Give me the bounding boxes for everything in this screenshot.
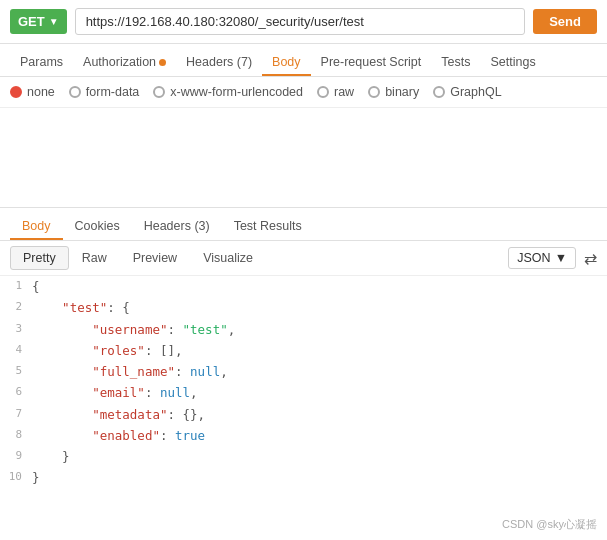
code-line-3: 3 "username": "test", (0, 319, 607, 340)
code-line-5: 5 "full_name": null, (0, 361, 607, 382)
view-tab-preview[interactable]: Preview (120, 246, 190, 270)
chevron-down-icon: ▼ (555, 251, 567, 265)
code-line-6: 6 "email": null, (0, 382, 607, 403)
body-option-urlencoded-label: x-www-form-urlencoded (170, 85, 303, 99)
response-tab-test-results[interactable]: Test Results (222, 214, 314, 240)
code-line-7: 7 "metadata": {}, (0, 404, 607, 425)
radio-none (10, 86, 22, 98)
code-line-1: 1 { (0, 276, 607, 297)
code-line-4: 4 "roles": [], (0, 340, 607, 361)
url-bar: GET ▼ Send (0, 0, 607, 44)
code-line-9: 9 } (0, 446, 607, 467)
url-input[interactable] (75, 8, 526, 35)
method-label: GET (18, 14, 45, 29)
response-tab-cookies[interactable]: Cookies (63, 214, 132, 240)
body-option-binary[interactable]: binary (368, 85, 419, 99)
code-line-8: 8 "enabled": true (0, 425, 607, 446)
tab-params[interactable]: Params (10, 50, 73, 76)
tab-settings[interactable]: Settings (480, 50, 545, 76)
response-tab-body[interactable]: Body (10, 214, 63, 240)
watermark: CSDN @sky心凝摇 (502, 517, 597, 532)
body-option-form-data[interactable]: form-data (69, 85, 140, 99)
view-tab-visualize[interactable]: Visualize (190, 246, 266, 270)
tab-headers[interactable]: Headers (7) (176, 50, 262, 76)
wrap-icon[interactable]: ⇄ (584, 249, 597, 268)
radio-binary (368, 86, 380, 98)
radio-raw (317, 86, 329, 98)
tab-tests[interactable]: Tests (431, 50, 480, 76)
body-option-binary-label: binary (385, 85, 419, 99)
radio-form-data (69, 86, 81, 98)
chevron-down-icon: ▼ (49, 16, 59, 27)
body-option-graphql-label: GraphQL (450, 85, 501, 99)
view-bar: Pretty Raw Preview Visualize JSON ▼ ⇄ (0, 241, 607, 276)
response-code-area: 1 { 2 "test": { 3 "username": "test", 4 … (0, 276, 607, 489)
tab-body[interactable]: Body (262, 50, 311, 76)
body-option-form-data-label: form-data (86, 85, 140, 99)
view-tab-pretty[interactable]: Pretty (10, 246, 69, 270)
radio-urlencoded (153, 86, 165, 98)
format-label: JSON (517, 251, 550, 265)
send-button[interactable]: Send (533, 9, 597, 34)
body-options: none form-data x-www-form-urlencoded raw… (0, 77, 607, 108)
radio-graphql (433, 86, 445, 98)
tab-pre-request[interactable]: Pre-request Script (311, 50, 432, 76)
code-line-10: 10 } (0, 467, 607, 488)
json-selector: JSON ▼ ⇄ (508, 247, 597, 269)
format-dropdown[interactable]: JSON ▼ (508, 247, 576, 269)
body-option-none[interactable]: none (10, 85, 55, 99)
body-option-urlencoded[interactable]: x-www-form-urlencoded (153, 85, 303, 99)
response-tab-headers[interactable]: Headers (3) (132, 214, 222, 240)
tab-authorization[interactable]: Authorization (73, 50, 176, 76)
body-option-raw-label: raw (334, 85, 354, 99)
request-body-area (0, 108, 607, 208)
body-option-graphql[interactable]: GraphQL (433, 85, 501, 99)
view-tab-raw[interactable]: Raw (69, 246, 120, 270)
body-option-raw[interactable]: raw (317, 85, 354, 99)
code-line-2: 2 "test": { (0, 297, 607, 318)
response-tabs: Body Cookies Headers (3) Test Results (0, 208, 607, 241)
authorization-dot (159, 59, 166, 66)
request-tabs: Params Authorization Headers (7) Body Pr… (0, 44, 607, 77)
method-dropdown[interactable]: GET ▼ (10, 9, 67, 34)
body-option-none-label: none (27, 85, 55, 99)
